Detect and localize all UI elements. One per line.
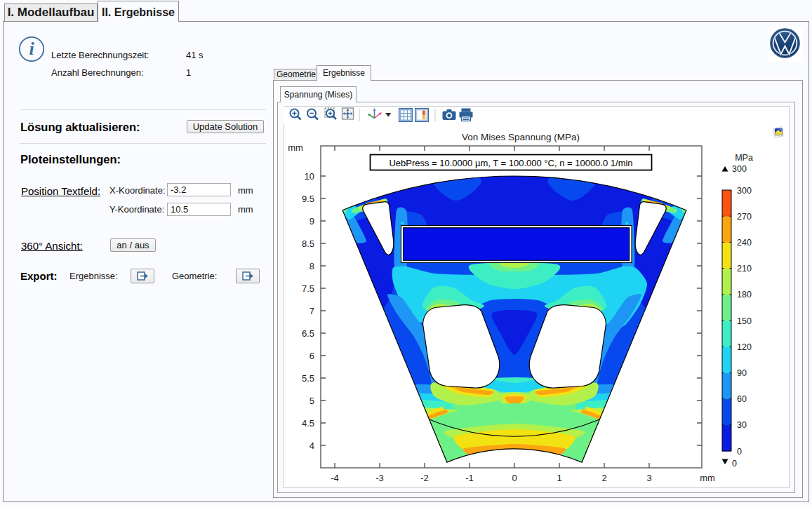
- svg-text:30: 30: [737, 420, 747, 430]
- svg-text:10: 10: [305, 171, 314, 182]
- svg-text:5: 5: [310, 396, 314, 406]
- svg-text:0: 0: [512, 473, 517, 483]
- svg-text:-3: -3: [375, 473, 384, 483]
- svg-text:1: 1: [557, 473, 561, 483]
- svg-text:150: 150: [737, 316, 752, 326]
- svg-text:7: 7: [310, 306, 314, 316]
- svg-text:240: 240: [737, 238, 752, 248]
- svg-text:180: 180: [737, 290, 752, 299]
- svg-text:7.5: 7.5: [302, 283, 314, 294]
- svg-text:300: 300: [737, 186, 752, 196]
- svg-text:9: 9: [310, 216, 314, 227]
- svg-text:2: 2: [601, 473, 606, 483]
- svg-text:-2: -2: [420, 473, 429, 483]
- svg-text:270: 270: [737, 212, 752, 222]
- svg-text:120: 120: [737, 342, 752, 352]
- svg-text:90: 90: [737, 368, 747, 378]
- svg-text:4: 4: [310, 440, 314, 451]
- svg-text:5.5: 5.5: [302, 373, 314, 384]
- svg-text:-1: -1: [465, 473, 474, 483]
- svg-text:4.5: 4.5: [302, 418, 314, 429]
- svg-text:-4: -4: [331, 473, 339, 483]
- svg-text:8: 8: [310, 261, 314, 271]
- svg-text:0: 0: [737, 447, 742, 457]
- svg-text:8.5: 8.5: [302, 238, 314, 249]
- svg-text:300: 300: [732, 164, 747, 174]
- svg-text:Von Mises Spannung (MPa): Von Mises Spannung (MPa): [462, 132, 580, 142]
- svg-text:MPa: MPa: [735, 153, 753, 163]
- svg-text:6: 6: [310, 351, 314, 361]
- svg-text:60: 60: [737, 394, 747, 404]
- svg-text:UebPress = 10.0000 µm, T = 100: UebPress = 10.0000 µm, T = 100.000 °C, n…: [389, 158, 632, 168]
- svg-text:6.5: 6.5: [302, 328, 314, 339]
- svg-text:mm: mm: [288, 142, 303, 153]
- svg-text:i: i: [29, 39, 34, 59]
- svg-text:0: 0: [732, 459, 737, 469]
- svg-text:9.5: 9.5: [302, 194, 314, 204]
- svg-text:3: 3: [646, 473, 651, 483]
- svg-text:mm: mm: [700, 473, 715, 483]
- svg-text:210: 210: [737, 264, 752, 274]
